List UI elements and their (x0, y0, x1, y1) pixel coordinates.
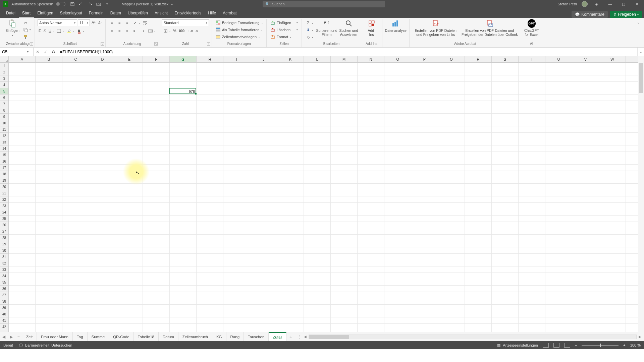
orientation-button[interactable]: ⤢▾ (131, 19, 141, 26)
dialog-launcher-icon[interactable]: ↘ (207, 42, 210, 46)
close-icon[interactable]: ✕ (634, 1, 640, 7)
delete-split[interactable]: ▾ (296, 26, 299, 33)
row-header[interactable]: 8 (0, 107, 8, 114)
grow-font-button[interactable]: A▴ (91, 19, 97, 26)
sort-filter-button[interactable]: Sortieren und Filtern (316, 19, 337, 37)
sheet-tab[interactable]: QR-Code (109, 332, 134, 341)
dialog-launcher-icon[interactable]: ↘ (101, 42, 104, 46)
align-right-button[interactable]: ≡ (124, 27, 131, 34)
name-box[interactable]: ▾ (0, 48, 34, 56)
increase-decimal-button[interactable]: ←.0 (186, 27, 194, 34)
column-header[interactable]: D (89, 56, 116, 62)
row-header[interactable]: 31 (0, 254, 8, 260)
row-header[interactable]: 37 (0, 292, 8, 298)
column-header[interactable]: L (304, 56, 331, 62)
column-header[interactable]: G (170, 56, 197, 62)
chevron-down-icon[interactable]: ▾ (25, 48, 31, 56)
row-header[interactable]: 6 (0, 95, 8, 101)
cell-styles-button[interactable]: Zellenformatvorlagen▾ (215, 34, 264, 40)
decrease-decimal-button[interactable]: .0→ (195, 27, 202, 34)
column-header[interactable]: S (492, 56, 519, 62)
row-header[interactable]: 34 (0, 273, 8, 279)
row-header[interactable]: 20 (0, 184, 8, 190)
row-header[interactable]: 9 (0, 114, 8, 120)
menu-tab-seitenlayout[interactable]: Seitenlayout (57, 9, 86, 18)
paste-button[interactable]: Einfügen ▾ (5, 19, 20, 38)
scrollbar-thumb[interactable] (639, 63, 643, 93)
accounting-button[interactable]: $▾ (162, 27, 171, 34)
row-header[interactable]: 42 (0, 324, 8, 330)
row-header[interactable]: 22 (0, 196, 8, 203)
row-header[interactable]: 12 (0, 133, 8, 139)
column-header[interactable]: F (143, 56, 170, 62)
row-header[interactable]: 2 (0, 69, 8, 75)
menu-tab-hilfe[interactable]: Hilfe (205, 9, 219, 18)
horizontal-scrollbar[interactable] (309, 335, 637, 339)
display-settings-button[interactable]: ▥ Anzeigeeinstellungen (497, 343, 538, 348)
qat-more-icon[interactable]: ▾ (104, 1, 110, 7)
hscroll-left-icon[interactable]: ◀ (304, 335, 307, 339)
tab-nav-prev[interactable]: ◀ (0, 335, 7, 339)
dialog-launcher-icon[interactable]: ↘ (154, 42, 158, 46)
column-header[interactable]: N (358, 56, 384, 62)
autosum-button[interactable]: Σ▾ (305, 19, 314, 26)
hscroll-split-icon[interactable]: ⋮ (298, 335, 302, 339)
fill-button[interactable]: ⬇▾ (305, 26, 314, 33)
zoom-in-button[interactable]: + (623, 343, 625, 347)
sheet-tab[interactable]: Tauschen (244, 332, 269, 341)
row-header[interactable]: 13 (0, 139, 8, 145)
normal-view-button[interactable] (543, 343, 549, 348)
column-header[interactable]: A (9, 56, 36, 62)
row-header[interactable]: 36 (0, 286, 8, 292)
data-analysis-button[interactable]: Datenanalyse (385, 19, 407, 33)
row-header[interactable]: 21 (0, 190, 8, 196)
format-painter-button[interactable] (22, 34, 32, 40)
tab-nav-more[interactable]: ⋯ (15, 335, 22, 339)
addins-button[interactable]: Add- Ins (364, 19, 379, 37)
expand-formula-bar[interactable]: ⌄ (637, 48, 644, 56)
menu-tab-acrobat[interactable]: Acrobat (219, 9, 240, 18)
chatgpt-button[interactable]: GPT ChatGPT for Excel (524, 19, 539, 37)
italic-button[interactable]: K (43, 27, 47, 34)
copy-button[interactable]: ▾ (22, 26, 32, 33)
menu-tab-datei[interactable]: Datei (3, 9, 19, 18)
align-bottom-button[interactable]: ≡ (124, 19, 131, 26)
column-header[interactable]: H (197, 56, 223, 62)
sheet-tab[interactable]: Zeit (22, 332, 37, 341)
row-header[interactable]: 41 (0, 317, 8, 324)
row-header[interactable]: 35 (0, 279, 8, 286)
insert-split[interactable]: ▾ (296, 19, 299, 26)
page-break-view-button[interactable] (564, 343, 570, 348)
sheet-tab[interactable]: Zeilenumbruch (178, 332, 212, 341)
row-header[interactable]: 25 (0, 216, 8, 222)
font-size-combo[interactable]: 11▾ (78, 19, 90, 26)
cut-button[interactable]: ✂ (22, 19, 32, 26)
menu-tab-einfügen[interactable]: Einfügen (34, 9, 56, 18)
font-color-button[interactable]: A▾ (75, 27, 85, 34)
row-header[interactable]: 4 (0, 82, 8, 88)
row-header[interactable]: 27 (0, 228, 8, 235)
column-header[interactable]: T (519, 56, 545, 62)
camera-icon[interactable] (96, 1, 102, 7)
column-header[interactable]: E (116, 56, 143, 62)
confirm-formula-button[interactable]: ✓ (42, 50, 50, 54)
align-center-button[interactable]: ≡ (116, 27, 123, 34)
wrap-text-button[interactable] (142, 19, 149, 26)
menu-tab-entwicklertools[interactable]: Entwicklertools (171, 9, 205, 18)
column-header[interactable]: I (223, 56, 250, 62)
accessibility-status[interactable]: ⓘ Barrierefreiheit: Untersuchen (19, 343, 72, 348)
row-header[interactable]: 28 (0, 235, 8, 241)
redo-icon[interactable] (87, 1, 93, 7)
decrease-indent-button[interactable]: ⇤ (131, 27, 139, 34)
menu-tab-start[interactable]: Start (19, 9, 34, 18)
diamond-icon[interactable]: ◈ (594, 1, 600, 7)
row-header[interactable]: 14 (0, 145, 8, 152)
row-header[interactable]: 19 (0, 177, 8, 184)
column-header[interactable]: C (62, 56, 89, 62)
menu-tab-formeln[interactable]: Formeln (86, 9, 107, 18)
column-header[interactable]: K (277, 56, 304, 62)
find-select-button[interactable]: Suchen und Auswählen (339, 19, 358, 37)
format-as-table-button[interactable]: Als Tabelle formatieren▾ (215, 26, 264, 33)
tab-nav-next[interactable]: ▶ (7, 335, 15, 339)
row-header[interactable]: 26 (0, 222, 8, 228)
